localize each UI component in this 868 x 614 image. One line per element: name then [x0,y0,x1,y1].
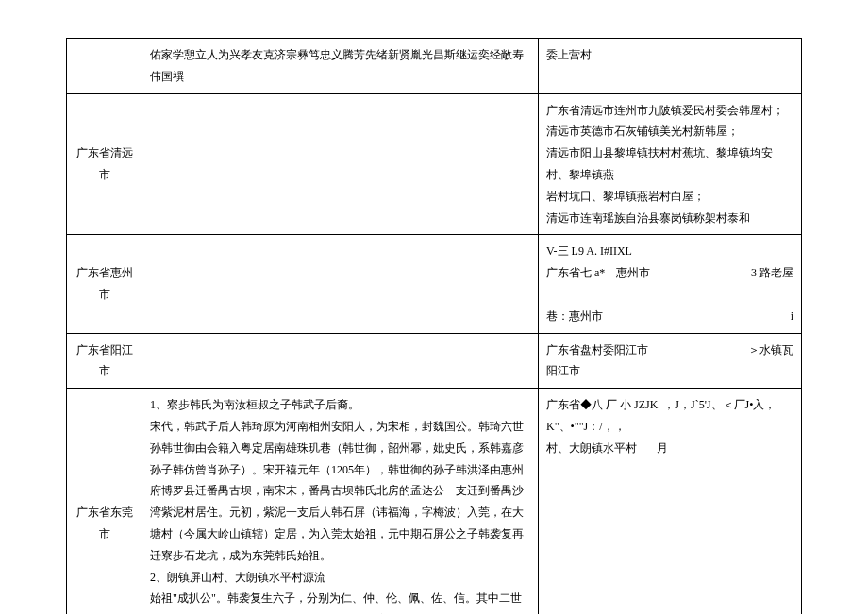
r1-line1: 清远市英德市石灰铺镇美光村新韩屋； [546,124,739,138]
cell-r0-c2: 委上营村 [539,39,802,94]
r4-line3: 始祖"成扒公"。韩袭复生六子，分别为仁、仲、伦、佩、佐、信。其中二世祖信公生五子… [150,591,522,614]
cell-r1-c2: 广东省清远市连州市九陂镇爱民村委会韩屋村； 清远市英德市石灰铺镇美光村新韩屋； … [539,93,802,235]
r4-line0: 1、寮步韩氏为南汝桓叔之子韩武子后裔。 [150,398,359,411]
r1-line4: 清远市连南瑶族自治县寨岗镇称架村泰和 [546,211,750,224]
cell-r2-c2: V-三 L9 A. I#IIXL广东省七 a*—惠州市3 路老屋巷：惠州市i [539,235,802,333]
cell-r3-c2: 广东省盘村委阳江市＞水镇瓦阳江市 [539,333,802,389]
cell-r4-c1: 1、寮步韩氏为南汝桓叔之子韩武子后裔。 宋代，韩武子后人韩琦原为河南相州安阳人，… [142,389,539,614]
r4-line2: 2、朗镇屏山村、大朗镇水平村源流 [150,571,326,584]
r1-line2: 清远市阳山县黎埠镇扶村村蕉坑、黎埠镇均安村、黎埠镇燕 [546,146,773,181]
r1-line3: 岩村坑口、黎埠镇燕岩村白屋； [546,190,705,203]
cell-r4-c2: 广东省◆八 厂 小 JZJK ，J，J`5'J、＜厂J•入，K"、•""J：/，… [539,389,802,614]
cell-r1-c0: 广东省清远市 [67,93,142,235]
r1-line0: 广东省清远市连州市九陂镇爱民村委会韩屋村； [546,104,784,117]
r4-line1: 宋代，韩武子后人韩琦原为河南相州安阳人，为宋相，封魏国公。韩琦六世孙韩世御由会籍… [150,420,524,562]
cell-r3-c0: 广东省阳江市 [67,333,142,389]
cell-r2-c1 [142,235,539,333]
cell-r0-c1: 佑家学憩立人为兴孝友克济宗彝笃忠义腾芳先绪新贤胤光昌斯继运奕经敞寿伟国禩 [142,39,539,94]
cell-r4-c0: 广东省东莞市 [67,389,142,614]
cell-r2-c0: 广东省惠州市 [67,235,142,333]
cell-r3-c1 [142,333,539,389]
cell-r1-c1 [142,93,539,235]
cell-r0-c0 [67,39,142,94]
